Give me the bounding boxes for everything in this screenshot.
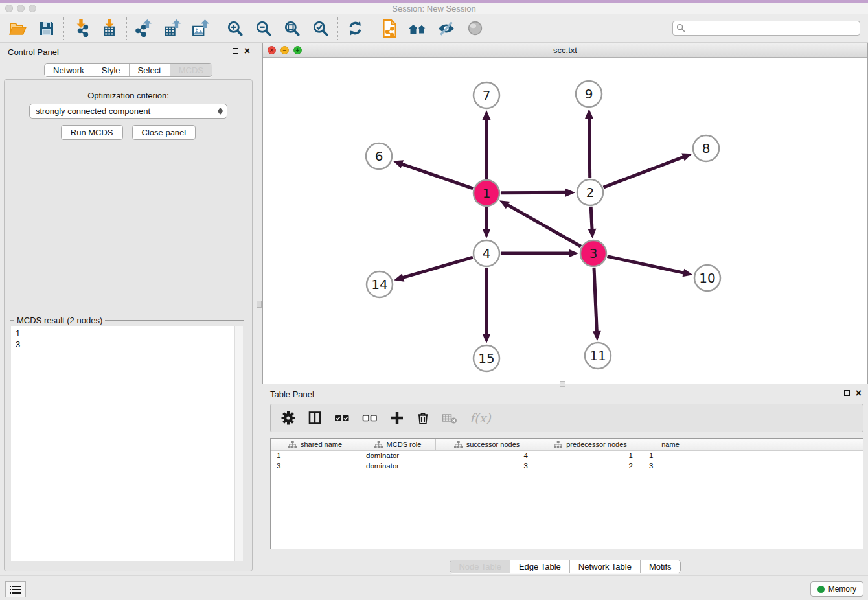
zoom-selected-icon[interactable]: [309, 18, 332, 39]
zoom-out-icon[interactable]: [252, 18, 275, 39]
table-tab-network-table[interactable]: Network Table: [570, 560, 641, 573]
node-table[interactable]: shared nameMCDS rolesuccessor nodesprede…: [270, 438, 863, 549]
graph-node-6[interactable]: 6: [366, 143, 392, 169]
float-table-panel-icon[interactable]: [844, 390, 850, 396]
close-panel-icon[interactable]: ×: [244, 47, 250, 54]
column-header-MCDS-role[interactable]: MCDS role: [360, 439, 436, 450]
export-table-icon[interactable]: [161, 18, 184, 39]
network-window-titlebar[interactable]: × − + scc.txt: [263, 43, 867, 58]
export-network-icon[interactable]: [132, 18, 155, 39]
panel-splitter-handle[interactable]: [257, 301, 262, 308]
mcds-panel: Optimization criterion: strongly connect…: [4, 79, 253, 571]
column-header-shared-name[interactable]: shared name: [271, 439, 360, 450]
table-cell: 3: [271, 461, 360, 472]
import-table-icon[interactable]: [98, 18, 121, 39]
delete-table-icon[interactable]: [442, 411, 457, 424]
export-image-icon[interactable]: [189, 18, 212, 39]
graph-edge-4-14[interactable]: [402, 257, 473, 278]
table-tab-edge-table[interactable]: Edge Table: [510, 560, 570, 573]
table-header-row: shared nameMCDS rolesuccessor nodesprede…: [271, 439, 863, 451]
control-panel-title: Control Panel: [8, 47, 59, 57]
memory-button[interactable]: Memory: [810, 581, 863, 597]
list-icon: [10, 585, 21, 594]
zoom-fit-icon[interactable]: [280, 18, 304, 39]
graph-edge-3-10[interactable]: [608, 257, 685, 273]
save-session-icon[interactable]: [35, 18, 58, 39]
close-table-panel-icon[interactable]: ×: [856, 389, 862, 397]
svg-text:4: 4: [483, 246, 491, 261]
control-panel-tabs: NetworkStyleSelectMCDS: [44, 63, 212, 77]
table-tab-node-table[interactable]: Node Table: [450, 560, 510, 573]
hide-details-icon[interactable]: [435, 18, 458, 39]
graph-node-10[interactable]: 10: [694, 265, 720, 291]
graph-node-9[interactable]: 9: [576, 81, 602, 107]
network-canvas[interactable]: 7968124314101511: [263, 58, 867, 384]
mcds-result-box[interactable]: 1 3: [11, 326, 243, 561]
column-header-predecessor-nodes[interactable]: predecessor nodes: [538, 439, 643, 450]
optimization-criterion-select[interactable]: strongly connected component: [29, 104, 227, 119]
graph-edge-1-2[interactable]: [501, 192, 567, 193]
column-header-label: predecessor nodes: [566, 441, 627, 448]
tab-mcds[interactable]: MCDS: [170, 64, 212, 76]
column-header-name[interactable]: name: [643, 439, 698, 450]
graph-node-3[interactable]: 3: [580, 240, 606, 266]
graph-edge-2-9[interactable]: [589, 117, 589, 178]
graph-edge-3-11[interactable]: [594, 268, 597, 333]
graph-node-2[interactable]: 2: [577, 179, 603, 205]
graph-node-11[interactable]: 11: [585, 343, 611, 369]
graph-arrowhead-3-10: [682, 269, 692, 277]
graph-node-4[interactable]: 4: [474, 240, 499, 266]
graph-edge-3-1[interactable]: [506, 204, 580, 246]
function-builder-icon[interactable]: f(x): [470, 411, 491, 425]
graph-node-7[interactable]: 7: [474, 82, 499, 108]
tab-network[interactable]: Network: [45, 64, 93, 76]
table-row[interactable]: 1dominator411: [271, 451, 863, 461]
toolbar-group: [132, 18, 212, 39]
graph-node-1[interactable]: 1: [474, 180, 499, 206]
add-column-icon[interactable]: [390, 411, 404, 425]
column-header-label: shared name: [301, 441, 342, 448]
deselect-all-icon[interactable]: [362, 412, 378, 424]
column-view-icon[interactable]: [308, 411, 322, 425]
bird-eye-icon[interactable]: [463, 18, 486, 39]
zoom-in-icon[interactable]: [223, 18, 247, 39]
graph-node-15[interactable]: 15: [474, 345, 499, 371]
graph-arrowhead-1-7: [483, 110, 491, 120]
graph-edge-1-6[interactable]: [400, 163, 473, 188]
open-file-icon[interactable]: [6, 18, 30, 39]
toolbar-group: [6, 18, 58, 39]
select-all-icon[interactable]: [334, 412, 350, 424]
run-mcds-button[interactable]: Run MCDS: [61, 125, 123, 140]
tab-select[interactable]: Select: [130, 64, 170, 76]
result-scrollbar[interactable]: [234, 326, 243, 561]
table-cell: 1: [538, 451, 643, 461]
application-window: Session: New Session Control Panel × Net…: [0, 0, 868, 600]
first-neighbors-icon[interactable]: [378, 18, 401, 39]
graph-node-14[interactable]: 14: [367, 271, 393, 297]
window-title: Session: New Session: [0, 4, 868, 14]
refresh-layout-icon[interactable]: [343, 18, 367, 39]
tab-style[interactable]: Style: [93, 64, 130, 76]
svg-text:10: 10: [699, 270, 715, 286]
table-cell: 3: [643, 461, 698, 472]
home-network-icon[interactable]: [406, 18, 429, 39]
search-icon: [676, 23, 685, 35]
import-network-icon[interactable]: [69, 18, 93, 39]
close-panel-button[interactable]: Close panel: [132, 125, 196, 140]
delete-column-icon[interactable]: [417, 411, 429, 425]
graph-node-8[interactable]: 8: [693, 135, 719, 161]
table-tab-motifs[interactable]: Motifs: [641, 560, 680, 573]
graph-edge-2-3[interactable]: [591, 207, 592, 231]
float-panel-icon[interactable]: [233, 48, 238, 54]
graph-edge-2-8[interactable]: [604, 156, 685, 187]
table-cell: 1: [643, 451, 698, 461]
network-view-window: × − + scc.txt 7968124314101511: [262, 43, 868, 384]
network-graph[interactable]: 7968124314101511: [263, 58, 867, 384]
gear-icon[interactable]: [281, 411, 295, 425]
task-history-button[interactable]: [5, 581, 26, 597]
table-cell: 3: [436, 461, 538, 472]
table-row[interactable]: 3dominator323: [271, 461, 863, 472]
search-input[interactable]: [672, 21, 860, 36]
column-header-successor-nodes[interactable]: successor nodes: [436, 439, 538, 450]
graph-arrowhead-1-2: [565, 189, 575, 197]
